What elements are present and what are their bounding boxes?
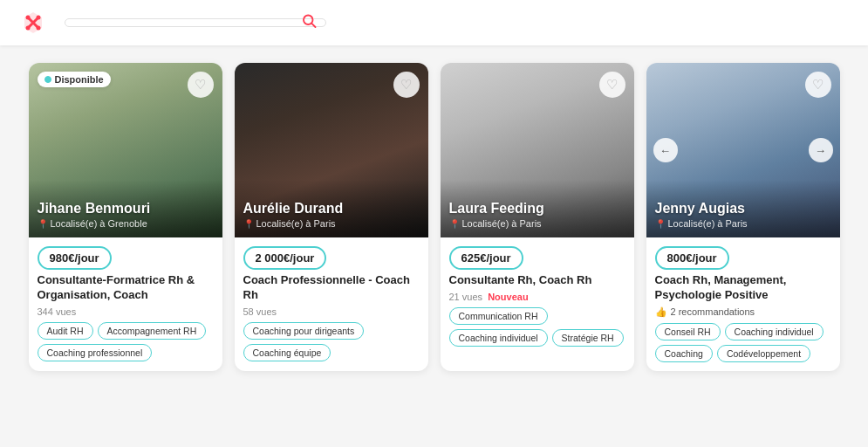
- card-body: Coach Rh, Management, Psychologie Positi…: [646, 273, 840, 371]
- card-image: Aurélie Durand 📍 Localisé(e) à Paris ♡: [235, 63, 428, 237]
- card-title: Coach Professionnelle - Coach Rh: [243, 273, 420, 303]
- disponible-badge: Disponible: [38, 72, 111, 87]
- svg-line-5: [311, 24, 315, 27]
- location-pin-icon: 📍: [655, 219, 666, 229]
- svg-point-2: [26, 26, 31, 31]
- header: [0, 0, 868, 45]
- card-name-area: Aurélie Durand 📍 Localisé(e) à Paris: [235, 180, 428, 237]
- card-image: Laura Feeding 📍 Localisé(e) à Paris ♡: [441, 63, 634, 237]
- prev-button[interactable]: ←: [653, 138, 678, 162]
- card-title: Consultante-Formatrice Rh & Organisation…: [38, 273, 214, 303]
- price-badge: 625€/jour: [449, 246, 523, 270]
- next-button[interactable]: →: [809, 138, 833, 162]
- card-views: 344 vues: [38, 306, 214, 317]
- recommandations: 👍 2 recommandations: [655, 306, 831, 318]
- price-badge: 980€/jour: [38, 246, 112, 270]
- favorite-button[interactable]: ♡: [188, 72, 214, 98]
- location-pin-icon: 📍: [38, 219, 48, 229]
- card-name: Jihane Benmouri: [38, 201, 214, 217]
- search-icon: [301, 13, 317, 29]
- card-title: Consultante Rh, Coach Rh: [449, 273, 625, 288]
- tag[interactable]: Communication RH: [449, 307, 548, 325]
- tags-container: Coaching pour dirigeants Coaching équipe: [243, 322, 420, 361]
- favorite-button[interactable]: ♡: [599, 72, 625, 98]
- tag[interactable]: Coaching professionnel: [38, 344, 153, 361]
- tag[interactable]: Coaching équipe: [243, 344, 331, 361]
- card-name-area: Laura Feeding 📍 Localisé(e) à Paris: [441, 180, 634, 237]
- favorite-button[interactable]: ♡: [393, 72, 420, 98]
- price-badge: 2 000€/jour: [243, 246, 327, 270]
- tags-container: Audit RH Accompagnement RH Coaching prof…: [38, 322, 214, 361]
- logo[interactable]: [21, 10, 51, 35]
- tag[interactable]: Codéveloppement: [717, 345, 810, 362]
- location-pin-icon: 📍: [449, 219, 460, 229]
- nouveau-badge: Nouveau: [488, 292, 528, 302]
- tag[interactable]: Stratégie RH: [552, 329, 624, 347]
- card-views: 21 vues Nouveau: [449, 292, 625, 302]
- tag[interactable]: Coaching: [655, 345, 713, 362]
- search-container[interactable]: [65, 18, 326, 27]
- card-name-area: Jihane Benmouri 📍 Localisé(e) à Grenoble: [29, 180, 222, 237]
- favorite-button[interactable]: ♡: [805, 72, 831, 98]
- card-body: Consultante Rh, Coach Rh 21 vues Nouveau…: [441, 273, 634, 355]
- card-location: 📍 Localisé(e) à Paris: [243, 218, 420, 229]
- card-views: 58 vues: [243, 306, 420, 317]
- thumb-icon: 👍: [655, 306, 667, 318]
- card-location: 📍 Localisé(e) à Paris: [449, 218, 625, 229]
- card-title: Coach Rh, Management, Psychologie Positi…: [655, 273, 831, 303]
- svg-point-0: [26, 16, 31, 20]
- card-name: Aurélie Durand: [243, 201, 420, 217]
- disponible-label: Disponible: [55, 74, 104, 85]
- tag[interactable]: Coaching individuel: [449, 329, 548, 347]
- tag[interactable]: Accompagnement RH: [98, 322, 207, 340]
- card-image: Jenny Augias 📍 Localisé(e) à Paris ♡ ← →: [646, 63, 840, 237]
- card-name: Laura Feeding: [449, 201, 625, 217]
- tag[interactable]: Audit RH: [38, 322, 93, 340]
- card-name-area: Jenny Augias 📍 Localisé(e) à Paris: [646, 180, 840, 237]
- card-body: Coach Professionnelle - Coach Rh 58 vues…: [235, 273, 428, 370]
- card-jenny[interactable]: Jenny Augias 📍 Localisé(e) à Paris ♡ ← →…: [646, 63, 840, 371]
- malt-logo-icon: [21, 10, 45, 35]
- location-pin-icon: 📍: [243, 219, 254, 229]
- card-location: 📍 Localisé(e) à Grenoble: [38, 218, 214, 229]
- card-location: 📍 Localisé(e) à Paris: [655, 218, 831, 229]
- card-aurelie[interactable]: Aurélie Durand 📍 Localisé(e) à Paris ♡ 2…: [235, 63, 428, 371]
- svg-point-1: [37, 16, 41, 20]
- disponible-dot: [44, 76, 51, 83]
- price-badge: 800€/jour: [655, 246, 729, 270]
- tag[interactable]: Coaching individuel: [725, 323, 824, 340]
- search-results: Jihane Benmouri 📍 Localisé(e) à Grenoble…: [0, 45, 868, 389]
- card-body: Consultante-Formatrice Rh & Organisation…: [29, 273, 222, 370]
- tags-container: Communication RH Coaching individuel Str…: [449, 307, 625, 347]
- card-image: Jihane Benmouri 📍 Localisé(e) à Grenoble…: [29, 63, 222, 237]
- tag[interactable]: Coaching pour dirigeants: [243, 322, 365, 340]
- tag[interactable]: Conseil RH: [655, 323, 721, 340]
- svg-point-3: [37, 26, 41, 31]
- search-button[interactable]: [301, 13, 317, 33]
- card-name: Jenny Augias: [655, 201, 831, 217]
- card-laura[interactable]: Laura Feeding 📍 Localisé(e) à Paris ♡ 62…: [441, 63, 634, 371]
- card-jihane[interactable]: Jihane Benmouri 📍 Localisé(e) à Grenoble…: [29, 63, 222, 371]
- tags-container: Conseil RH Coaching individuel Coaching …: [655, 323, 831, 362]
